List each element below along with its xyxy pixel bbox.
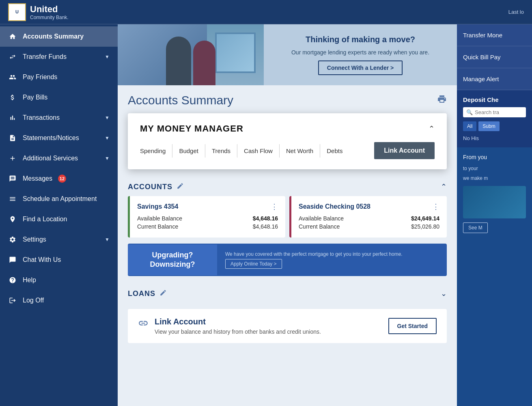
checking-available-row: Available Balance $24,649.14 <box>299 215 439 222</box>
link-account-section: Link Account View your balance and histo… <box>128 309 447 343</box>
savings-available-label: Available Balance <box>137 215 182 222</box>
transfer-icon <box>8 52 17 61</box>
sidebar-item-help[interactable]: Help <box>0 270 118 290</box>
apply-online-button[interactable]: Apply Online Today > <box>225 259 282 269</box>
checking-account-card: Seaside Checking 0528 ⋮ Available Balanc… <box>289 196 447 238</box>
logoff-icon <box>8 296 17 305</box>
sidebar-label: Transactions <box>23 114 60 121</box>
document-icon <box>8 134 17 143</box>
loans-section-title: LOANS <box>128 289 155 298</box>
savings-account-card: Savings 4354 ⋮ Available Balance $4,648.… <box>128 196 285 238</box>
link-account-button[interactable]: Link Account <box>374 142 435 159</box>
checking-account-name: Seaside Checking 0528 <box>299 203 370 210</box>
promo-right-text: We have you covered with the perfect mor… <box>225 251 439 257</box>
sidebar-item-transfer-funds[interactable]: Transfer Funds ▼ <box>0 47 118 67</box>
banner-text-area: Thinking of making a move? Our mortgage … <box>264 24 457 85</box>
help-icon <box>8 276 17 285</box>
sidebar-item-additional-services[interactable]: Additional Services ▼ <box>0 148 118 168</box>
sidebar: Accounts Summary Transfer Funds ▼ Pay Fr… <box>0 24 118 406</box>
sidebar-item-pay-bills[interactable]: Pay Bills <box>0 87 118 108</box>
people-icon <box>8 73 17 82</box>
checking-current-balance: $25,026.80 <box>411 223 439 230</box>
checking-current-row: Current Balance $25,026.80 <box>299 223 439 230</box>
filter-all-button[interactable]: All <box>463 121 476 131</box>
main-layout: Accounts Summary Transfer Funds ▼ Pay Fr… <box>0 24 532 406</box>
transfer-money-item[interactable]: Transfer Mone <box>457 24 532 46</box>
sidebar-label: Log Off <box>23 297 44 304</box>
loans-chevron-icon[interactable]: ⌄ <box>441 289 447 298</box>
promo-left: Upgrading?Downsizing? <box>128 244 217 276</box>
search-input[interactable] <box>475 109 523 115</box>
savings-current-row: Current Balance $4,648.16 <box>137 223 278 230</box>
link-account-description: View your balance and history from other… <box>155 328 321 335</box>
quick-bill-pay-item[interactable]: Quick Bill Pay <box>457 46 532 68</box>
sidebar-item-log-off[interactable]: Log Off <box>0 290 118 311</box>
sidebar-item-schedule-appointment[interactable]: Schedule an Appointment <box>0 189 118 209</box>
logo-letter: U <box>15 9 19 15</box>
banner-image <box>118 24 264 85</box>
sidebar-label: Transfer Funds <box>23 53 67 60</box>
right-promo: From you to your we make m See M <box>457 147 532 406</box>
bank-subtitle: Community Bank. <box>30 15 69 20</box>
mmm-header: MY MONEY MANAGER ⌃ <box>140 123 435 134</box>
sidebar-item-chat-with-us[interactable]: Chat With Us <box>0 250 118 270</box>
savings-current-label: Current Balance <box>137 223 178 230</box>
tab-spending[interactable]: Spending <box>140 144 172 158</box>
loans-edit-icon[interactable] <box>159 289 167 298</box>
collapse-icon[interactable]: ⌃ <box>429 124 435 133</box>
checking-menu-icon[interactable]: ⋮ <box>432 202 439 211</box>
print-icon[interactable] <box>437 94 447 106</box>
sidebar-item-pay-friends[interactable]: Pay Friends <box>0 67 118 87</box>
search-box[interactable]: 🔍 <box>463 107 526 117</box>
page-title: Accounts Summary <box>128 93 233 107</box>
right-promo-body: we make m <box>463 175 526 181</box>
sidebar-label: Messages <box>23 175 52 182</box>
see-more-button[interactable]: See M <box>463 222 488 233</box>
messages-badge: 12 <box>58 175 66 183</box>
promo-right: We have you covered with the perfect mor… <box>217 245 447 275</box>
tab-networth[interactable]: Net Worth <box>280 144 320 158</box>
savings-current-balance: $4,648.16 <box>253 223 278 230</box>
search-icon: 🔍 <box>466 109 473 115</box>
sidebar-item-statements[interactable]: Statements/Notices ▼ <box>0 128 118 148</box>
money-manager-card: MY MONEY MANAGER ⌃ Spending Budget Trend… <box>128 113 447 169</box>
link-account-text: Link Account View your balance and histo… <box>155 317 321 335</box>
sidebar-label: Find a Location <box>23 216 67 223</box>
accounts-collapse-icon[interactable]: ⌃ <box>441 182 447 191</box>
sidebar-item-find-location[interactable]: Find a Location <box>0 209 118 229</box>
loans-title-row: LOANS <box>128 289 167 298</box>
chevron-down-icon: ▼ <box>105 54 110 60</box>
get-started-button[interactable]: Get Started <box>388 318 437 334</box>
savings-card-header: Savings 4354 ⋮ <box>137 202 278 211</box>
accounts-section-header: ACCOUNTS ⌃ <box>128 177 447 196</box>
connect-lender-button[interactable]: Connect With a Lender > <box>318 60 403 75</box>
sidebar-item-messages[interactable]: Messages 12 <box>0 168 118 189</box>
checking-available-balance: $24,649.14 <box>411 215 439 222</box>
chart-icon <box>8 113 17 122</box>
tab-budget[interactable]: Budget <box>172 144 205 158</box>
accounts-edit-icon[interactable] <box>177 182 184 191</box>
promo-left-text: Upgrading?Downsizing? <box>150 251 195 270</box>
link-chain-icon <box>138 318 149 331</box>
accounts-section-title: ACCOUNTS <box>128 183 172 191</box>
tab-debts[interactable]: Debts <box>320 144 349 158</box>
filter-submit-button[interactable]: Subm <box>478 121 499 131</box>
banner-headline: Thinking of making a move? <box>306 35 415 44</box>
savings-menu-icon[interactable]: ⋮ <box>271 202 278 211</box>
tab-cashflow[interactable]: Cash Flow <box>237 144 280 158</box>
sidebar-label: Pay Friends <box>23 73 57 81</box>
tab-trends[interactable]: Trends <box>205 144 237 158</box>
sidebar-item-transactions[interactable]: Transactions ▼ <box>0 108 118 128</box>
sidebar-item-settings[interactable]: Settings ▼ <box>0 229 118 250</box>
sidebar-label: Schedule an Appointment <box>23 195 97 203</box>
promo-banner: Upgrading?Downsizing? We have you covere… <box>128 244 447 276</box>
manage-alerts-item[interactable]: Manage Alert <box>457 68 532 90</box>
right-promo-title: From you <box>463 153 526 162</box>
sidebar-label: Statements/Notices <box>23 134 79 142</box>
sidebar-label: Additional Services <box>23 155 78 162</box>
filter-tabs: All Subm <box>463 121 526 131</box>
hero-banner: Thinking of making a move? Our mortgage … <box>118 24 457 85</box>
sidebar-item-accounts-summary[interactable]: Accounts Summary <box>0 26 118 47</box>
checking-card-header: Seaside Checking 0528 ⋮ <box>299 202 439 211</box>
savings-available-balance: $4,648.16 <box>253 215 278 222</box>
